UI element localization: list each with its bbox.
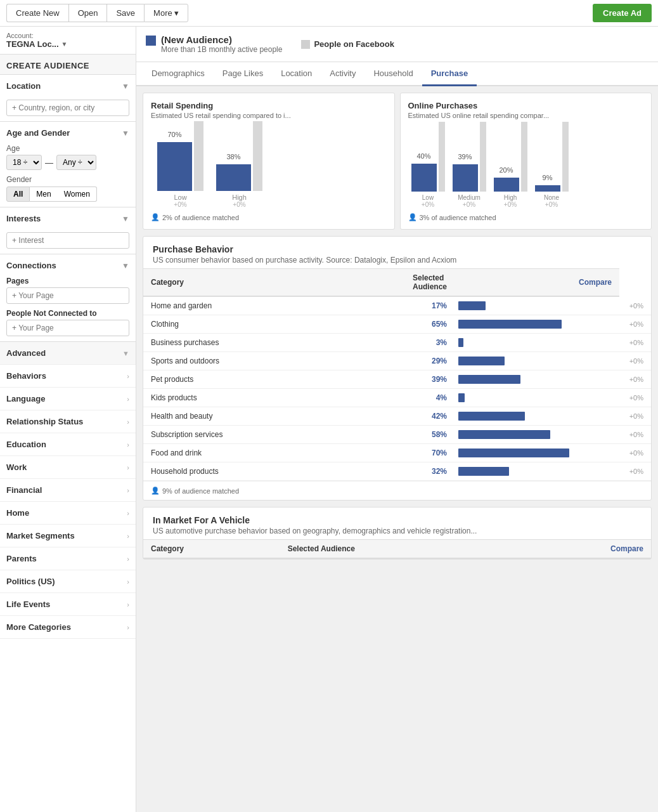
sidebar-item-home[interactable]: Home › <box>0 502 136 525</box>
open-button[interactable]: Open <box>68 4 107 22</box>
row-bar <box>455 407 619 426</box>
retail-title: Retail Spending <box>151 101 387 110</box>
advanced-chevron: ▼ <box>122 350 129 357</box>
not-connected-input[interactable] <box>6 320 129 336</box>
sidebar-item-language[interactable]: Language › <box>0 388 136 410</box>
sidebar-item-financial[interactable]: Financial › <box>0 479 136 502</box>
education-chevron: › <box>127 441 129 449</box>
sidebar-age-gender-section: Age and Gender ▼ Age 18 ÷ — Any ÷ Gender… <box>0 122 136 207</box>
retail-audience-icon: 👤 <box>151 213 160 221</box>
new-audience-text: (New Audience) More than 1B monthly acti… <box>161 34 282 54</box>
audience-header: (New Audience) More than 1B monthly acti… <box>136 27 658 62</box>
gender-women-button[interactable]: Women <box>58 187 97 202</box>
tab-household[interactable]: Household <box>364 62 422 86</box>
row-delta: +0% <box>619 444 651 462</box>
interests-arrow: ▼ <box>122 214 129 223</box>
age-gender-arrow: ▼ <box>122 129 129 138</box>
sidebar-item-life-events[interactable]: Life Events › <box>0 593 136 616</box>
table-header-row: Category Selected Audience Compare <box>143 269 651 297</box>
sidebar: Account: TEGNA Loc... ▼ CREATE AUDIENCE … <box>0 27 136 812</box>
tab-location[interactable]: Location <box>272 62 321 86</box>
table-row: Kids products 4% +0% <box>143 389 651 407</box>
pages-input[interactable] <box>6 287 129 304</box>
account-select[interactable]: TEGNA Loc... ▼ <box>6 39 129 49</box>
interest-input[interactable] <box>6 232 129 249</box>
sidebar-item-interests[interactable]: Interests ▼ <box>0 207 136 230</box>
online-low-label: Low <box>422 194 434 201</box>
sidebar-item-connections[interactable]: Connections ▼ <box>0 254 136 277</box>
vehicle-col-compare[interactable]: Compare <box>514 540 651 559</box>
table-row: Subscription services 58% +0% <box>143 426 651 444</box>
sidebar-create-audience-header: CREATE AUDIENCE <box>0 55 136 75</box>
row-bar <box>455 462 619 481</box>
sidebar-item-behaviors[interactable]: Behaviors › <box>0 365 136 388</box>
col-compare[interactable]: Compare <box>455 269 619 297</box>
create-new-button[interactable]: Create New <box>6 4 68 22</box>
retail-high-delta: +0% <box>233 201 245 208</box>
sidebar-item-location[interactable]: Location ▼ <box>0 75 136 97</box>
vehicle-col-audience: Selected Audience <box>280 540 515 559</box>
row-delta: +0% <box>619 315 651 334</box>
age-to-select[interactable]: Any ÷ <box>56 155 96 170</box>
online-medium-delta: +0% <box>463 201 475 208</box>
sidebar-item-relationship[interactable]: Relationship Status › <box>0 410 136 433</box>
row-pct: 17% <box>405 296 455 315</box>
tab-demographics[interactable]: Demographics <box>143 62 214 86</box>
location-sub <box>0 97 136 121</box>
politics-chevron: › <box>127 578 129 586</box>
location-input[interactable] <box>6 100 129 116</box>
row-delta: +0% <box>619 334 651 352</box>
row-category: Kids products <box>143 389 405 407</box>
row-pct: 58% <box>405 426 455 444</box>
sidebar-item-age-gender[interactable]: Age and Gender ▼ <box>0 122 136 144</box>
sidebar-location-section: Location ▼ <box>0 75 136 122</box>
row-delta: +0% <box>619 352 651 370</box>
purchase-behavior-card: Purchase Behavior US consumer behavior b… <box>143 236 652 501</box>
main-content: (New Audience) More than 1B monthly acti… <box>136 27 658 812</box>
vehicle-header-row: Category Selected Audience Compare <box>143 540 651 559</box>
sidebar-item-more-categories[interactable]: More Categories › <box>0 616 136 639</box>
online-medium-label: Medium <box>458 194 481 201</box>
sidebar-item-politics[interactable]: Politics (US) › <box>0 570 136 593</box>
online-low-delta: +0% <box>422 201 434 208</box>
life-events-chevron: › <box>127 601 129 608</box>
row-pct: 3% <box>405 334 455 352</box>
market-segments-label: Market Segments <box>6 531 75 540</box>
table-row: Pet products 39% +0% <box>143 370 651 389</box>
row-category: Business purchases <box>143 334 405 352</box>
retail-low-label: Low <box>174 193 186 201</box>
tab-activity[interactable]: Activity <box>321 62 364 86</box>
sidebar-item-advanced[interactable]: Advanced ▼ <box>0 342 136 365</box>
online-footer: 👤 3% of audience matched <box>408 213 644 221</box>
gender-all-button[interactable]: All <box>6 187 30 202</box>
sidebar-item-parents[interactable]: Parents › <box>0 547 136 570</box>
retail-high-label: High <box>232 193 247 201</box>
sidebar-item-work[interactable]: Work › <box>0 456 136 479</box>
create-ad-button[interactable]: Create Ad <box>593 4 652 22</box>
retail-footer-text: 2% of audience matched <box>162 214 239 221</box>
connections-sub: Pages People Not Connected to <box>0 277 136 341</box>
row-bar <box>455 426 619 444</box>
age-from-select[interactable]: 18 ÷ <box>6 155 42 170</box>
home-label: Home <box>6 508 29 518</box>
row-category: Household products <box>143 462 405 481</box>
age-gender-sub: Age 18 ÷ — Any ÷ Gender All Men Women <box>0 144 136 207</box>
sidebar-item-market-segments[interactable]: Market Segments › <box>0 525 136 547</box>
row-bar <box>455 334 619 352</box>
tab-page-likes[interactable]: Page Likes <box>214 62 272 86</box>
purchase-behavior-header: Purchase Behavior US consumer behavior b… <box>143 237 651 268</box>
retail-sub: Estimated US retail spending compared to… <box>151 112 387 119</box>
gender-men-button[interactable]: Men <box>30 187 57 202</box>
location-arrow: ▼ <box>122 82 129 91</box>
more-button[interactable]: More ▾ <box>144 4 188 22</box>
more-categories-chevron: › <box>127 624 129 631</box>
sidebar-item-education[interactable]: Education › <box>0 433 136 456</box>
online-footer-text: 3% of audience matched <box>420 214 496 221</box>
work-label: Work <box>6 462 27 472</box>
save-button[interactable]: Save <box>106 4 144 22</box>
gender-buttons: All Men Women <box>6 187 129 202</box>
table-row: Household products 32% +0% <box>143 462 651 481</box>
pages-label: Pages <box>6 277 129 285</box>
row-category: Subscription services <box>143 426 405 444</box>
tab-purchase[interactable]: Purchase <box>422 62 477 86</box>
